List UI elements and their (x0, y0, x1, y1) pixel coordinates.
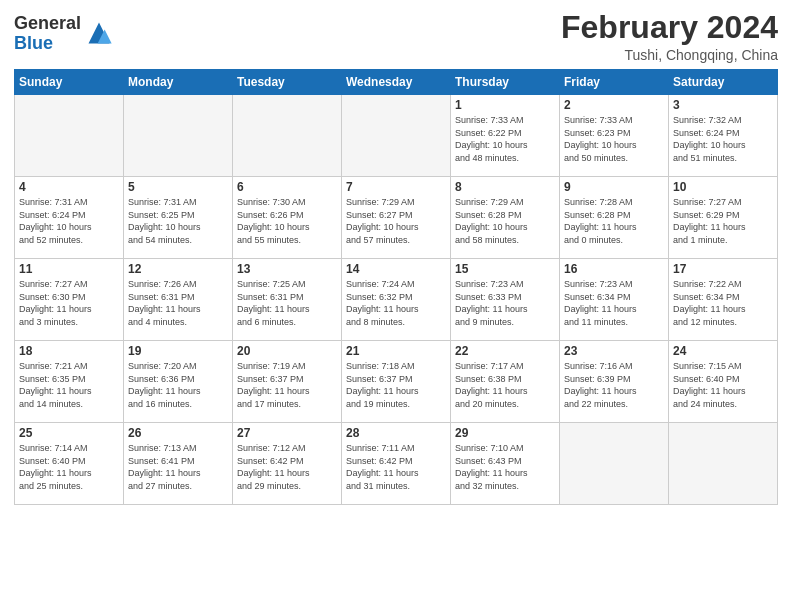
col-tuesday: Tuesday (233, 70, 342, 95)
day-number: 5 (128, 180, 228, 194)
calendar-cell: 19Sunrise: 7:20 AMSunset: 6:36 PMDayligh… (124, 341, 233, 423)
calendar-cell (342, 95, 451, 177)
day-number: 27 (237, 426, 337, 440)
calendar-cell: 1Sunrise: 7:33 AMSunset: 6:22 PMDaylight… (451, 95, 560, 177)
calendar-cell (233, 95, 342, 177)
location: Tushi, Chongqing, China (561, 47, 778, 63)
day-info: Sunrise: 7:19 AMSunset: 6:37 PMDaylight:… (237, 360, 337, 410)
day-info: Sunrise: 7:25 AMSunset: 6:31 PMDaylight:… (237, 278, 337, 328)
day-number: 1 (455, 98, 555, 112)
day-info: Sunrise: 7:20 AMSunset: 6:36 PMDaylight:… (128, 360, 228, 410)
day-number: 28 (346, 426, 446, 440)
day-number: 16 (564, 262, 664, 276)
col-thursday: Thursday (451, 70, 560, 95)
col-saturday: Saturday (669, 70, 778, 95)
day-info: Sunrise: 7:23 AMSunset: 6:34 PMDaylight:… (564, 278, 664, 328)
calendar-header-row: Sunday Monday Tuesday Wednesday Thursday… (15, 70, 778, 95)
title-block: February 2024 Tushi, Chongqing, China (561, 10, 778, 63)
calendar-cell: 12Sunrise: 7:26 AMSunset: 6:31 PMDayligh… (124, 259, 233, 341)
day-number: 23 (564, 344, 664, 358)
calendar-cell: 17Sunrise: 7:22 AMSunset: 6:34 PMDayligh… (669, 259, 778, 341)
day-number: 4 (19, 180, 119, 194)
calendar-cell: 15Sunrise: 7:23 AMSunset: 6:33 PMDayligh… (451, 259, 560, 341)
day-info: Sunrise: 7:29 AMSunset: 6:27 PMDaylight:… (346, 196, 446, 246)
day-info: Sunrise: 7:11 AMSunset: 6:42 PMDaylight:… (346, 442, 446, 492)
col-friday: Friday (560, 70, 669, 95)
day-info: Sunrise: 7:23 AMSunset: 6:33 PMDaylight:… (455, 278, 555, 328)
day-info: Sunrise: 7:24 AMSunset: 6:32 PMDaylight:… (346, 278, 446, 328)
calendar-cell: 28Sunrise: 7:11 AMSunset: 6:42 PMDayligh… (342, 423, 451, 505)
calendar-week-row: 11Sunrise: 7:27 AMSunset: 6:30 PMDayligh… (15, 259, 778, 341)
calendar-cell: 7Sunrise: 7:29 AMSunset: 6:27 PMDaylight… (342, 177, 451, 259)
day-number: 26 (128, 426, 228, 440)
day-number: 7 (346, 180, 446, 194)
calendar-cell: 16Sunrise: 7:23 AMSunset: 6:34 PMDayligh… (560, 259, 669, 341)
calendar: Sunday Monday Tuesday Wednesday Thursday… (14, 69, 778, 505)
calendar-cell: 9Sunrise: 7:28 AMSunset: 6:28 PMDaylight… (560, 177, 669, 259)
day-number: 22 (455, 344, 555, 358)
calendar-cell (124, 95, 233, 177)
logo-icon (85, 19, 113, 47)
day-number: 21 (346, 344, 446, 358)
calendar-cell: 5Sunrise: 7:31 AMSunset: 6:25 PMDaylight… (124, 177, 233, 259)
day-number: 14 (346, 262, 446, 276)
day-info: Sunrise: 7:31 AMSunset: 6:24 PMDaylight:… (19, 196, 119, 246)
calendar-cell: 24Sunrise: 7:15 AMSunset: 6:40 PMDayligh… (669, 341, 778, 423)
day-info: Sunrise: 7:30 AMSunset: 6:26 PMDaylight:… (237, 196, 337, 246)
day-info: Sunrise: 7:10 AMSunset: 6:43 PMDaylight:… (455, 442, 555, 492)
calendar-cell: 27Sunrise: 7:12 AMSunset: 6:42 PMDayligh… (233, 423, 342, 505)
day-info: Sunrise: 7:16 AMSunset: 6:39 PMDaylight:… (564, 360, 664, 410)
day-number: 2 (564, 98, 664, 112)
day-number: 13 (237, 262, 337, 276)
day-number: 18 (19, 344, 119, 358)
calendar-cell: 18Sunrise: 7:21 AMSunset: 6:35 PMDayligh… (15, 341, 124, 423)
day-info: Sunrise: 7:15 AMSunset: 6:40 PMDaylight:… (673, 360, 773, 410)
calendar-cell: 25Sunrise: 7:14 AMSunset: 6:40 PMDayligh… (15, 423, 124, 505)
day-info: Sunrise: 7:32 AMSunset: 6:24 PMDaylight:… (673, 114, 773, 164)
month-year: February 2024 (561, 10, 778, 45)
logo-blue: Blue (14, 34, 81, 54)
calendar-week-row: 1Sunrise: 7:33 AMSunset: 6:22 PMDaylight… (15, 95, 778, 177)
calendar-cell (15, 95, 124, 177)
calendar-cell: 20Sunrise: 7:19 AMSunset: 6:37 PMDayligh… (233, 341, 342, 423)
day-number: 8 (455, 180, 555, 194)
day-info: Sunrise: 7:17 AMSunset: 6:38 PMDaylight:… (455, 360, 555, 410)
calendar-cell: 10Sunrise: 7:27 AMSunset: 6:29 PMDayligh… (669, 177, 778, 259)
day-info: Sunrise: 7:12 AMSunset: 6:42 PMDaylight:… (237, 442, 337, 492)
day-number: 3 (673, 98, 773, 112)
day-number: 20 (237, 344, 337, 358)
day-number: 11 (19, 262, 119, 276)
calendar-cell: 6Sunrise: 7:30 AMSunset: 6:26 PMDaylight… (233, 177, 342, 259)
logo-general: General (14, 14, 81, 34)
day-number: 24 (673, 344, 773, 358)
calendar-cell: 22Sunrise: 7:17 AMSunset: 6:38 PMDayligh… (451, 341, 560, 423)
calendar-cell: 2Sunrise: 7:33 AMSunset: 6:23 PMDaylight… (560, 95, 669, 177)
calendar-cell: 11Sunrise: 7:27 AMSunset: 6:30 PMDayligh… (15, 259, 124, 341)
day-info: Sunrise: 7:29 AMSunset: 6:28 PMDaylight:… (455, 196, 555, 246)
day-number: 15 (455, 262, 555, 276)
day-info: Sunrise: 7:26 AMSunset: 6:31 PMDaylight:… (128, 278, 228, 328)
calendar-cell: 4Sunrise: 7:31 AMSunset: 6:24 PMDaylight… (15, 177, 124, 259)
col-wednesday: Wednesday (342, 70, 451, 95)
day-info: Sunrise: 7:21 AMSunset: 6:35 PMDaylight:… (19, 360, 119, 410)
day-number: 25 (19, 426, 119, 440)
day-number: 12 (128, 262, 228, 276)
calendar-cell (669, 423, 778, 505)
calendar-cell: 21Sunrise: 7:18 AMSunset: 6:37 PMDayligh… (342, 341, 451, 423)
day-number: 29 (455, 426, 555, 440)
day-number: 10 (673, 180, 773, 194)
day-info: Sunrise: 7:33 AMSunset: 6:22 PMDaylight:… (455, 114, 555, 164)
calendar-cell: 8Sunrise: 7:29 AMSunset: 6:28 PMDaylight… (451, 177, 560, 259)
logo: General Blue (14, 14, 113, 54)
day-number: 19 (128, 344, 228, 358)
day-number: 6 (237, 180, 337, 194)
day-number: 9 (564, 180, 664, 194)
header: General Blue February 2024 Tushi, Chongq… (14, 10, 778, 63)
col-monday: Monday (124, 70, 233, 95)
day-info: Sunrise: 7:22 AMSunset: 6:34 PMDaylight:… (673, 278, 773, 328)
calendar-cell: 3Sunrise: 7:32 AMSunset: 6:24 PMDaylight… (669, 95, 778, 177)
calendar-cell: 13Sunrise: 7:25 AMSunset: 6:31 PMDayligh… (233, 259, 342, 341)
calendar-cell: 26Sunrise: 7:13 AMSunset: 6:41 PMDayligh… (124, 423, 233, 505)
day-info: Sunrise: 7:33 AMSunset: 6:23 PMDaylight:… (564, 114, 664, 164)
day-info: Sunrise: 7:27 AMSunset: 6:29 PMDaylight:… (673, 196, 773, 246)
